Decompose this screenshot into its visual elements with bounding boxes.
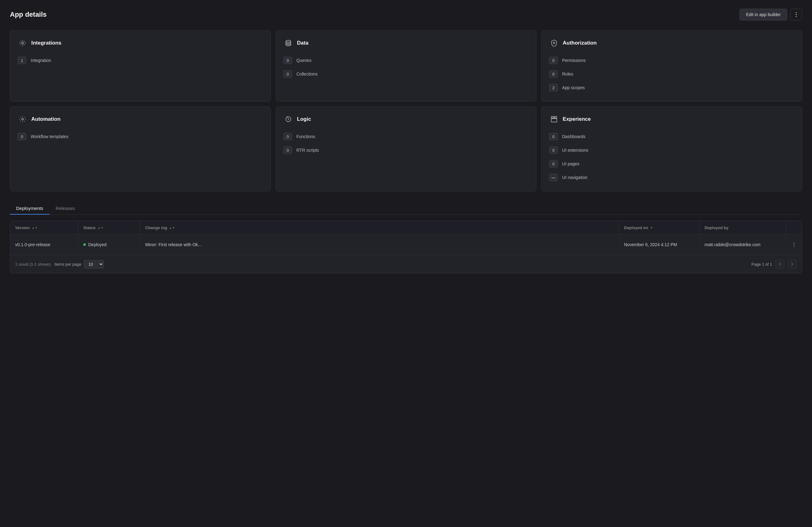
data-card-header: Data	[284, 38, 528, 48]
experience-item-0: 0 Dashboards	[549, 130, 794, 143]
tab-deployments[interactable]: Deployments	[10, 203, 49, 215]
th-deployed-by: Deployed by	[700, 221, 786, 234]
tabs: Deployments Releases	[10, 203, 802, 215]
svg-point-6	[22, 118, 24, 120]
logic-card: Logic 0 Functions 0 RTR scripts	[276, 106, 536, 191]
logic-label-0: Functions	[296, 134, 315, 139]
th-deployed-on[interactable]: Deployed on ▼	[619, 221, 700, 234]
logic-title: Logic	[297, 116, 311, 122]
data-count-1: 0	[284, 70, 292, 78]
automation-card-header: Automation	[18, 114, 263, 124]
experience-count-2: 0	[549, 160, 558, 167]
next-page-button[interactable]	[787, 260, 797, 269]
logic-card-header: Logic	[284, 114, 528, 124]
experience-icon	[549, 114, 559, 124]
authorization-card: Authorization 0 Permissions 0 Roles 2 Ap…	[541, 30, 802, 102]
authorization-title: Authorization	[563, 40, 597, 46]
page-info: Page 1 of 1	[752, 262, 772, 267]
automation-item-0: 0 Workflow templates	[18, 130, 263, 143]
experience-label-2: UI pages	[562, 161, 579, 166]
sort-icon-deployed-on: ▼	[650, 226, 653, 230]
svg-rect-9	[554, 116, 557, 118]
pagination-left: 1 result (1-1 shown) Items per page 10 2…	[15, 260, 104, 268]
authorization-card-header: Authorization	[549, 38, 794, 48]
th-deployed-on-label: Deployed on	[624, 225, 648, 230]
experience-count-0: 0	[549, 133, 558, 140]
authorization-icon	[549, 38, 559, 48]
td-deployed-on: November 6, 2024 4:12 PM	[619, 237, 700, 252]
logic-label-1: RTR scripts	[296, 148, 319, 153]
authorization-count-2: 2	[549, 84, 558, 91]
data-title: Data	[297, 40, 308, 46]
tab-releases[interactable]: Releases	[49, 203, 82, 215]
authorization-label-1: Roles	[562, 72, 573, 76]
per-page-select[interactable]: 10 25 50 100	[84, 260, 104, 268]
header-more-button[interactable]	[790, 9, 802, 20]
pagination-right: Page 1 of 1	[752, 260, 797, 269]
row-more-button[interactable]	[791, 240, 797, 250]
experience-item-2: 0 UI pages	[549, 158, 794, 170]
integrations-label-0: Integration	[31, 58, 51, 63]
integrations-title: Integrations	[31, 40, 61, 46]
th-deployed-by-label: Deployed by	[705, 225, 728, 230]
th-version[interactable]: Version ▲▼	[10, 221, 78, 234]
experience-item-3: — UI navigation	[549, 171, 794, 184]
experience-card: Experience 0 Dashboards 0 UI extensions …	[541, 106, 802, 191]
authorization-count-0: 0	[549, 57, 558, 64]
data-count-0: 0	[284, 57, 292, 64]
result-count: 1 result (1-1 shown)	[15, 262, 51, 267]
td-version: v0.1.0-pre-release	[10, 237, 78, 252]
chevron-left-icon	[778, 262, 782, 266]
experience-label-3: UI navigation	[562, 175, 588, 180]
experience-count-1: 0	[549, 146, 558, 154]
automation-title: Automation	[31, 116, 60, 122]
th-changelog-label: Change log	[145, 225, 167, 230]
edit-in-app-builder-button[interactable]: Edit in app builder	[740, 9, 787, 20]
experience-label-1: UI extensions	[562, 148, 589, 153]
authorization-count-1: 0	[549, 70, 558, 78]
items-per-page-label: Items per page	[55, 262, 82, 267]
automation-label-0: Workflow templates	[31, 134, 69, 139]
th-status-label: Status	[83, 225, 96, 230]
svg-point-13	[794, 246, 795, 247]
data-label-1: Collections	[296, 72, 317, 76]
data-item-0: 0 Queries	[284, 54, 528, 67]
authorization-item-2: 2 App scopes	[549, 82, 794, 94]
sort-icon-status: ▲▼	[98, 226, 104, 230]
table-row: v0.1.0-pre-release Deployed Minor: First…	[10, 235, 802, 255]
data-card: Data 0 Queries 0 Collections	[276, 30, 536, 102]
page-title: App details	[10, 11, 47, 18]
deployed-on-value: November 6, 2024 4:12 PM	[624, 242, 677, 247]
data-item-1: 0 Collections	[284, 68, 528, 80]
td-changelog: Minor: First release with Ok...	[140, 237, 619, 252]
integrations-icon	[18, 38, 28, 48]
logic-item-0: 0 Functions	[284, 130, 528, 143]
page-header: App details Edit in app builder	[10, 9, 802, 20]
deployments-table: Version ▲▼ Status ▲▼ Change log ▲▼ Deplo…	[10, 221, 802, 274]
th-version-label: Version	[15, 225, 30, 230]
sort-icon-version: ▲▼	[32, 226, 38, 230]
th-status[interactable]: Status ▲▼	[78, 221, 140, 234]
svg-point-2	[796, 16, 797, 17]
automation-icon	[18, 114, 28, 124]
svg-point-0	[796, 12, 797, 13]
status-dot	[83, 243, 86, 246]
authorization-item-1: 0 Roles	[549, 68, 794, 80]
authorization-label-0: Permissions	[562, 58, 585, 63]
data-label-0: Queries	[296, 58, 311, 63]
experience-title: Experience	[563, 116, 591, 122]
changelog-value: Minor: First release with Ok...	[145, 242, 202, 247]
prev-page-button[interactable]	[775, 260, 784, 269]
logic-count-1: 0	[284, 146, 292, 154]
sort-icon-changelog: ▲▼	[169, 226, 175, 230]
items-per-page: Items per page 10 25 50 100	[55, 260, 104, 268]
row-more-icon	[792, 242, 797, 247]
svg-point-12	[794, 244, 795, 245]
pagination: 1 result (1-1 shown) Items per page 10 2…	[10, 255, 802, 273]
th-changelog[interactable]: Change log ▲▼	[140, 221, 619, 234]
logic-icon	[284, 114, 293, 124]
svg-point-11	[794, 243, 795, 243]
svg-point-3	[22, 42, 24, 44]
chevron-right-icon	[790, 262, 794, 266]
header-actions: Edit in app builder	[740, 9, 802, 20]
